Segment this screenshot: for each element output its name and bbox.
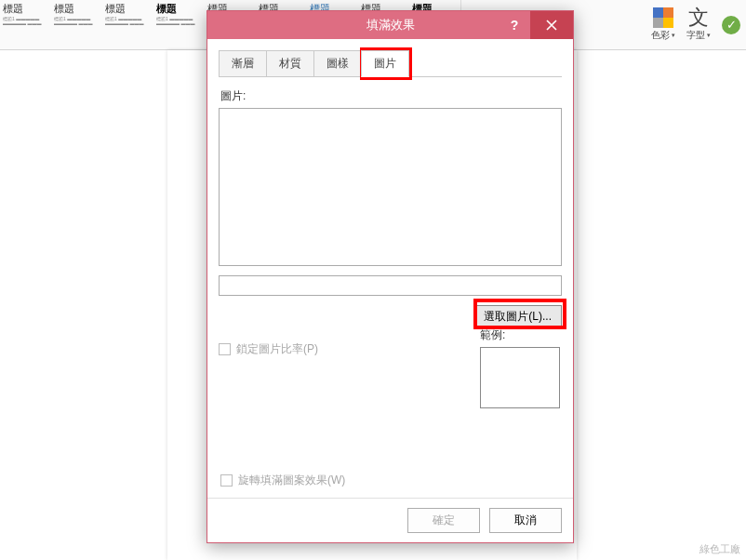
- select-picture-button[interactable]: 選取圖片(L)...: [473, 305, 562, 328]
- font-glyph-icon: 文: [688, 7, 709, 28]
- check-circle-icon: ✓: [722, 16, 740, 34]
- dialog-tabs: 漸層 材質 圖樣 圖片: [219, 50, 562, 77]
- lock-ratio-label: 鎖定圖片比率(P): [236, 341, 318, 357]
- dialog-title: 填滿效果: [207, 17, 573, 33]
- tab-picture[interactable]: 圖片: [361, 50, 409, 77]
- lock-ratio-checkbox[interactable]: [219, 343, 231, 355]
- fonts-dropdown[interactable]: 文 字型▾: [681, 0, 716, 49]
- picture-preview-box: [219, 108, 562, 266]
- color-swatch-icon: [653, 7, 673, 28]
- colors-dropdown[interactable]: 色彩▾: [646, 0, 681, 49]
- tab-gradient[interactable]: 漸層: [219, 50, 267, 76]
- set-default-button[interactable]: ✓: [716, 0, 746, 49]
- rotate-fill-label: 旋轉填滿圖案效果(W): [238, 473, 345, 488]
- fill-effects-dialog: 填滿效果 ? 漸層 材質 圖樣 圖片 圖片: 選取圖片(L)... 鎖定圖片比率…: [206, 10, 574, 543]
- watermark-text: 綠色工廠: [699, 542, 740, 556]
- tab-texture[interactable]: 材質: [266, 50, 314, 76]
- rotate-fill-checkbox-row: 旋轉填滿圖案效果(W): [220, 473, 345, 488]
- style-thumb[interactable]: 標題標題1 ▬▬▬▬▬ ▬▬▬▬▬ ▬▬▬: [51, 0, 102, 49]
- ok-button[interactable]: 確定: [407, 508, 480, 533]
- rotate-fill-checkbox[interactable]: [220, 474, 233, 487]
- style-thumb[interactable]: 標題標題1 ▬▬▬▬▬ ▬▬▬▬▬ ▬▬▬: [102, 0, 153, 49]
- sample-label: 範例:: [480, 327, 560, 343]
- sample-preview-box: [480, 347, 560, 408]
- tab-pattern[interactable]: 圖樣: [313, 50, 362, 76]
- style-thumb[interactable]: 標題標題1 ▬▬▬▬▬ ▬▬▬▬▬ ▬▬▬: [153, 0, 205, 49]
- dialog-titlebar[interactable]: 填滿效果 ?: [207, 11, 573, 39]
- style-thumb[interactable]: 標題標題1 ▬▬▬▬▬ ▬▬▬▬▬ ▬▬▬: [0, 0, 51, 49]
- picture-section-label: 圖片:: [220, 88, 562, 104]
- picture-filename-field: [219, 275, 562, 296]
- cancel-button[interactable]: 取消: [489, 508, 562, 533]
